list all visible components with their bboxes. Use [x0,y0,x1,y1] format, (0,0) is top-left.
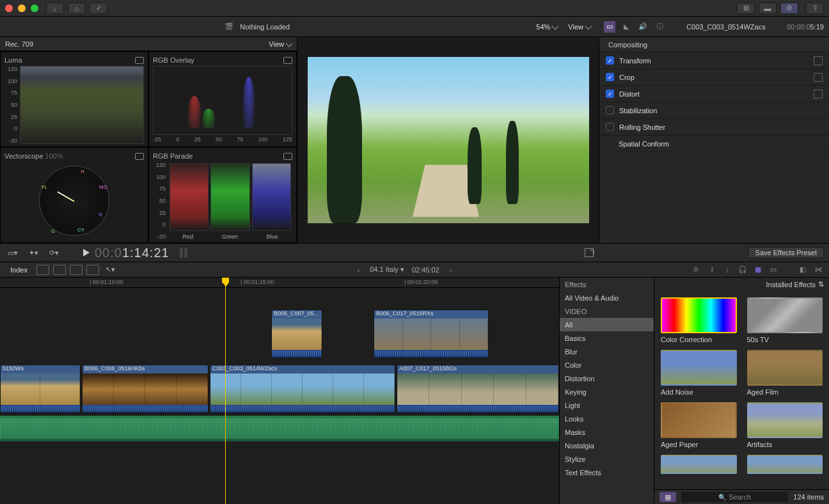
background-tasks-button[interactable]: ✓ [90,3,107,14]
effects-category-keying[interactable]: Keying [560,385,654,398]
transport-timecode[interactable]: 00:01:14:21 [95,245,170,260]
effects-browser-button[interactable]: ▦ [752,265,764,275]
share-button[interactable]: ⇧ [806,3,824,14]
timeline-clip[interactable]: A007_C017_0515BGs [397,365,559,413]
overwrite-clip-button[interactable] [86,265,99,275]
fullscreen-icon[interactable] [585,248,594,257]
effects-view-toggle[interactable]: ▦ [659,492,676,502]
connected-clips-lane[interactable]: B005_C007_05...B006_C017_0516RXs [0,310,559,358]
effects-category-video[interactable]: VIDEO [560,304,654,318]
timeline-clip[interactable]: C003_C003_0514WZacs [210,365,395,413]
skimming-button[interactable]: ⊪ [691,265,702,275]
solo-button[interactable]: ⫶ [722,265,733,275]
crop-reset-icon[interactable] [814,73,823,82]
append-clip-button[interactable] [70,265,83,275]
timeline-view-button-1[interactable]: ◧ [797,265,809,275]
timeline-history-forward[interactable]: › [447,266,455,274]
inspector-toggle-button[interactable]: ⚙ [780,3,798,14]
stabilization-checkbox[interactable] [606,106,614,114]
effects-category-color[interactable]: Color [560,358,654,372]
effects-category-blur[interactable]: Blur [560,345,654,358]
play-button[interactable] [83,249,90,256]
keyword-editor-button[interactable]: ⌂ [68,3,86,14]
rgb-parade-scope[interactable]: RGB Parade 1201007550250-20 Red Green Bl… [148,147,297,243]
spatial-conform-row[interactable]: Spatial Conform [599,136,829,152]
close-window-button[interactable] [5,4,13,12]
effects-search-input[interactable]: 🔍 Search [681,492,788,502]
playhead-handle[interactable] [222,278,229,283]
save-effects-preset-button[interactable]: Save Effects Preset [748,247,824,258]
timeline-history-back[interactable]: ‹ [355,266,363,274]
import-button[interactable]: ↓ [46,3,64,14]
effects-grid[interactable]: Color Correction50s TVAdd NoiseAged Film… [654,291,829,489]
effect-item[interactable] [747,455,823,474]
effects-category-all[interactable]: All [560,318,654,331]
inspector-color-tab[interactable]: ◣ [620,21,632,33]
effect-item[interactable]: Color Correction [661,297,737,343]
transform-row[interactable]: Transform [599,52,829,69]
scope-settings-icon[interactable] [283,153,292,160]
browser-layout-button[interactable]: ⊞ [737,3,755,14]
effect-item[interactable]: Artifacts [747,402,823,448]
effects-category-distortion[interactable]: Distortion [560,372,654,385]
effects-category-light[interactable]: Light [560,398,654,412]
project-name-dropdown[interactable]: 04.1 Italy ▾ [370,265,404,274]
scopes-view-dropdown[interactable]: View [269,40,292,48]
luma-scope[interactable]: Luma 1201007550250-20 [0,51,148,147]
timeline-clip[interactable]: 5150Ws [0,365,81,413]
effects-category-sidebar[interactable]: EffectsAll Video & AudioVIDEOAllBasicsBl… [560,278,654,504]
effect-item[interactable]: Aged Paper [661,402,737,448]
fullscreen-window-button[interactable] [31,4,38,12]
arrow-tool-button[interactable]: ↖▾ [103,264,118,276]
distort-reset-icon[interactable] [814,90,823,98]
insert-clip-button[interactable] [53,265,66,275]
inspector-audio-tab[interactable]: 🔊 [637,21,649,33]
viewer-canvas[interactable] [297,37,599,243]
scope-settings-icon[interactable] [135,57,144,64]
installed-effects-dropdown[interactable]: Installed Effects ⇅ [654,278,829,291]
scope-settings-icon[interactable] [283,57,292,64]
effect-item[interactable]: 50s TV [747,297,823,343]
effects-category-effects[interactable]: Effects [560,278,654,291]
effect-item[interactable]: Add Noise [661,350,737,396]
crop-checkbox[interactable] [606,73,614,81]
transform-reset-icon[interactable] [814,56,823,65]
effects-category-masks[interactable]: Masks [560,425,654,439]
playhead[interactable] [225,278,226,504]
effects-category-stylize[interactable]: Stylize [560,452,654,466]
effects-category-basics[interactable]: Basics [560,331,654,345]
distort-checkbox[interactable] [606,90,614,98]
timeline-ruler[interactable]: | 00:01:10:00| 00:01:15:00| 00:01:20:00 [0,278,559,288]
retime-tool-button[interactable]: ⟳▾ [46,247,61,258]
audio-skimming-button[interactable]: ⫴ [706,265,718,275]
stabilization-row[interactable]: Stabilization [599,102,829,119]
rolling-shutter-row[interactable]: Rolling Shutter [599,119,829,136]
timeline-layout-button[interactable]: ▬ [759,3,777,14]
vectorscope[interactable]: Vectorscope 100% R MG B CY G YL [0,147,148,243]
zoom-dropdown[interactable]: 54% [536,23,558,31]
scope-settings-icon[interactable] [135,153,144,160]
effects-category-text-effects[interactable]: Text Effects [560,466,654,479]
timeline[interactable]: | 00:01:10:00| 00:01:15:00| 00:01:20:00 … [0,278,559,504]
transform-checkbox[interactable] [606,56,614,65]
inspector-video-tab[interactable]: ▭ [604,21,615,33]
minimize-window-button[interactable] [18,4,26,12]
timeline-index-button[interactable]: Index [5,265,33,275]
inspector-info-tab[interactable]: ⓘ [654,21,665,33]
effects-tool-button[interactable]: ✦▾ [26,247,41,258]
timeline-clip[interactable]: B005_C007_05... [271,310,322,358]
view-dropdown[interactable]: View [568,23,591,31]
rgb-overlay-scope[interactable]: RGB Overlay -250255075100125 [148,51,297,147]
effects-category-all-video-audio[interactable]: All Video & Audio [560,291,654,304]
effects-category-nostalgia[interactable]: Nostalgia [560,439,654,452]
timeline-clip[interactable]: B006_C008_0516HKbs [82,365,209,413]
crop-row[interactable]: Crop [599,69,829,86]
clip-appearance-button[interactable]: ▭▾ [5,247,20,258]
timeline-clip[interactable]: B006_C017_0516RXs [374,310,489,358]
effect-item[interactable]: Aged Film [747,350,823,396]
snapping-button[interactable]: 🎧 [737,265,748,275]
rolling-shutter-checkbox[interactable] [606,123,614,131]
timeline-view-button-2[interactable]: ⋈ [812,265,824,275]
effect-item[interactable] [661,455,737,474]
distort-row[interactable]: Distort [599,86,829,102]
